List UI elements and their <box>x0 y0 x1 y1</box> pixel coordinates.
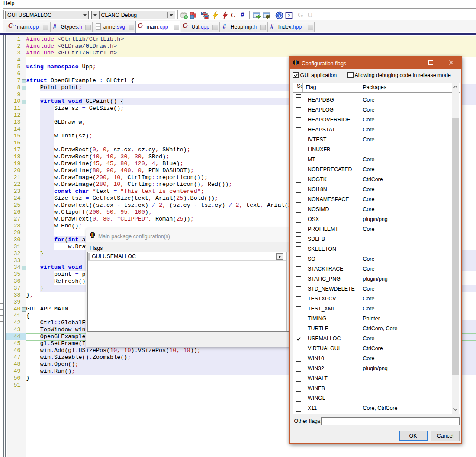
svg-text:?: ? <box>278 13 281 18</box>
svg-text:?: ? <box>288 13 290 18</box>
